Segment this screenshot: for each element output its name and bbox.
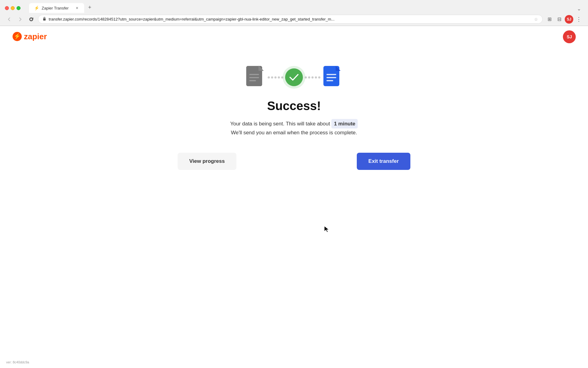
success-title: Success! bbox=[267, 99, 321, 113]
sidebar-button[interactable]: ⊟ bbox=[555, 15, 564, 24]
traffic-lights bbox=[5, 6, 21, 10]
time-badge: 1 minute bbox=[331, 119, 358, 128]
profile-initials: SJ bbox=[567, 17, 571, 21]
description-prefix: Your data is being sent. This will take … bbox=[230, 121, 332, 127]
address-bar[interactable]: transfer.zapier.com/records/148284512?ut… bbox=[38, 15, 543, 24]
lock-icon bbox=[43, 17, 46, 22]
tab-close-button[interactable]: ✕ bbox=[74, 6, 79, 10]
source-doc-icon bbox=[245, 65, 266, 89]
user-initials: SJ bbox=[567, 34, 572, 39]
svg-rect-9 bbox=[326, 74, 336, 75]
success-container: Success! Your data is being sent. This w… bbox=[0, 47, 588, 170]
success-description: Your data is being sent. This will take … bbox=[230, 119, 358, 137]
svg-rect-10 bbox=[326, 77, 336, 78]
url-text: transfer.zapier.com/records/148284512?ut… bbox=[49, 17, 532, 21]
nav-bar: transfer.zapier.com/records/148284512?ut… bbox=[0, 13, 588, 26]
version-text: ver: 8c40ddc9a bbox=[6, 360, 29, 364]
svg-rect-6 bbox=[249, 77, 259, 78]
minimize-window-button[interactable] bbox=[11, 6, 15, 10]
tab-favicon-icon: ⚡ bbox=[34, 6, 39, 10]
svg-rect-7 bbox=[249, 80, 256, 81]
svg-rect-0 bbox=[43, 18, 46, 21]
back-button[interactable] bbox=[5, 15, 13, 24]
zapier-logo-icon: ⚡ bbox=[12, 32, 22, 41]
svg-rect-5 bbox=[249, 74, 259, 75]
bookmark-icon[interactable]: ☆ bbox=[534, 17, 538, 22]
svg-text:⚡: ⚡ bbox=[14, 33, 21, 40]
active-tab[interactable]: ⚡ Zapier Transfer ✕ bbox=[29, 3, 84, 13]
browser-profile-button[interactable]: SJ bbox=[565, 15, 573, 24]
forward-button[interactable] bbox=[16, 15, 24, 24]
success-check-icon bbox=[285, 68, 303, 86]
buttons-row: View progress Exit transfer bbox=[178, 153, 410, 170]
extensions-button[interactable]: ⊞ bbox=[545, 15, 554, 24]
zapier-logo-text: zapier bbox=[24, 32, 47, 41]
nav-actions: ⊞ ⊟ SJ ⋮ bbox=[545, 15, 583, 24]
page-header: ⚡ zapier SJ bbox=[0, 26, 588, 47]
view-progress-button[interactable]: View progress bbox=[178, 153, 236, 170]
tab-bar: ⚡ Zapier Transfer ✕ + ⌄ bbox=[29, 3, 583, 13]
new-tab-button[interactable]: + bbox=[85, 3, 94, 12]
dest-doc-icon bbox=[322, 65, 343, 89]
refresh-button[interactable] bbox=[27, 15, 36, 24]
transfer-diagram bbox=[245, 65, 343, 89]
svg-rect-11 bbox=[326, 80, 333, 81]
zapier-logo[interactable]: ⚡ zapier bbox=[12, 32, 47, 41]
title-bar: ⚡ Zapier Transfer ✕ + ⌄ bbox=[0, 0, 588, 13]
close-window-button[interactable] bbox=[5, 6, 9, 10]
cursor bbox=[324, 225, 330, 234]
browser-chrome: ⚡ Zapier Transfer ✕ + ⌄ transfer.zapier.… bbox=[0, 0, 588, 26]
dotted-line-left bbox=[268, 76, 283, 79]
menu-button[interactable]: ⋮ bbox=[575, 15, 583, 24]
dotted-line-right bbox=[305, 76, 320, 79]
exit-transfer-button[interactable]: Exit transfer bbox=[357, 153, 410, 170]
maximize-window-button[interactable] bbox=[17, 6, 21, 10]
user-avatar[interactable]: SJ bbox=[563, 30, 576, 43]
page-content: ⚡ zapier SJ bbox=[0, 26, 588, 367]
email-notice: We'll send you an email when the process… bbox=[231, 130, 357, 136]
tab-dropdown-button[interactable]: ⌄ bbox=[575, 4, 583, 13]
tab-title: Zapier Transfer bbox=[42, 6, 69, 10]
